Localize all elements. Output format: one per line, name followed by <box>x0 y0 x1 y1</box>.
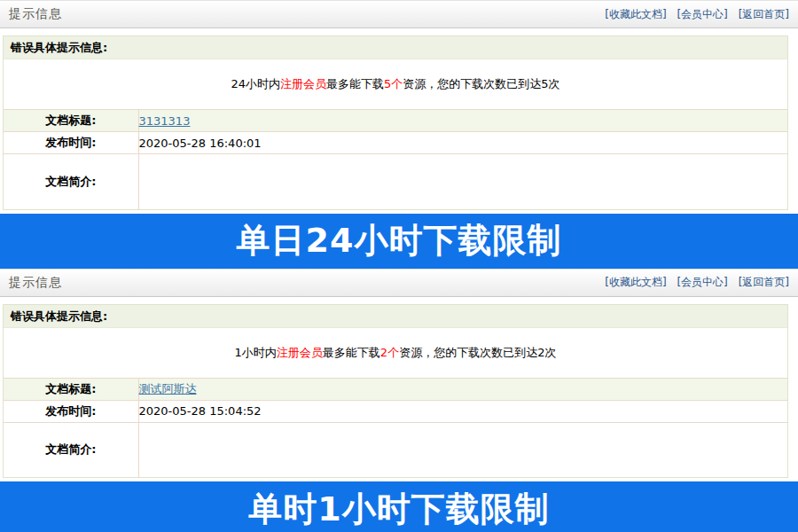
doc-intro-value <box>138 422 787 477</box>
back-home-link[interactable]: [返回首页] <box>739 8 789 20</box>
daily-limit-banner: 单日24小时下载限制 <box>0 214 798 269</box>
message-text: 资源，您的下载次数已到达2次 <box>399 346 556 359</box>
table-row: 发布时间: 2020-05-28 16:40:01 <box>4 132 787 154</box>
doc-title-label: 文档标题: <box>4 110 138 132</box>
error-box-header: 错误具体提示信息: <box>4 36 787 59</box>
message-text: 资源，您的下载次数已到达5次 <box>403 77 559 90</box>
message-text: 1小时内 <box>235 346 277 359</box>
message-highlight-member: 注册会员 <box>277 346 323 359</box>
message-highlight-member: 注册会员 <box>280 77 326 90</box>
table-row: 发布时间: 2020-05-28 15:04:52 <box>4 400 787 422</box>
panel-daily-limit: 提示信息 [收藏此文档] [会员中心] [返回首页] 错误具体提示信息: 24小… <box>0 0 798 269</box>
doc-title-link[interactable]: 3131313 <box>139 114 191 128</box>
error-box-header: 错误具体提示信息: <box>4 305 787 328</box>
doc-title-label: 文档标题: <box>4 378 138 400</box>
message-text: 24小时内 <box>231 77 280 90</box>
publish-time-label: 发布时间: <box>4 400 138 422</box>
page-title: 提示信息 <box>9 275 62 291</box>
hourly-limit-banner: 单时1小时下载限制 <box>0 481 798 532</box>
back-home-link[interactable]: [返回首页] <box>739 276 789 288</box>
doc-intro-label: 文档简介: <box>4 154 138 209</box>
favorite-doc-link[interactable]: [收藏此文档] <box>605 8 666 20</box>
title-bar: 提示信息 [收藏此文档] [会员中心] [返回首页] <box>0 0 798 28</box>
publish-time-value: 2020-05-28 16:40:01 <box>138 132 787 154</box>
page: 提示信息 [收藏此文档] [会员中心] [返回首页] 错误具体提示信息: 24小… <box>0 0 798 532</box>
favorite-doc-link[interactable]: [收藏此文档] <box>605 276 666 288</box>
error-message: 1小时内注册会员最多能下载2个资源，您的下载次数已到达2次 <box>4 328 787 378</box>
error-box: 错误具体提示信息: 1小时内注册会员最多能下载2个资源，您的下载次数已到达2次 … <box>3 304 788 479</box>
member-center-link[interactable]: [会员中心] <box>677 276 727 288</box>
message-text: 最多能下载 <box>326 77 384 90</box>
doc-intro-value <box>138 154 787 209</box>
message-highlight-count: 2个 <box>380 346 399 359</box>
title-bar-links: [收藏此文档] [会员中心] [返回首页] <box>598 7 789 22</box>
table-row: 文档标题: 测试阿斯达 <box>4 378 787 400</box>
message-highlight-count: 5个 <box>384 77 403 90</box>
error-box: 错误具体提示信息: 24小时内注册会员最多能下载5个资源，您的下载次数已到达5次… <box>3 35 788 210</box>
page-title: 提示信息 <box>9 6 62 22</box>
publish-time-value: 2020-05-28 15:04:52 <box>138 400 787 422</box>
document-info-table: 文档标题: 3131313 发布时间: 2020-05-28 16:40:01 … <box>4 109 787 209</box>
member-center-link[interactable]: [会员中心] <box>677 8 727 20</box>
table-row: 文档标题: 3131313 <box>4 110 787 132</box>
document-info-table: 文档标题: 测试阿斯达 发布时间: 2020-05-28 15:04:52 文档… <box>4 378 787 478</box>
publish-time-label: 发布时间: <box>4 132 138 154</box>
doc-intro-label: 文档简介: <box>4 422 138 477</box>
message-text: 最多能下载 <box>323 346 380 359</box>
title-bar: 提示信息 [收藏此文档] [会员中心] [返回首页] <box>0 269 798 297</box>
table-row: 文档简介: <box>4 154 787 209</box>
error-message: 24小时内注册会员最多能下载5个资源，您的下载次数已到达5次 <box>4 59 787 109</box>
doc-title-link[interactable]: 测试阿斯达 <box>139 382 197 395</box>
title-bar-links: [收藏此文档] [会员中心] [返回首页] <box>598 275 789 290</box>
panel-hourly-limit: 提示信息 [收藏此文档] [会员中心] [返回首页] 错误具体提示信息: 1小时… <box>0 269 798 532</box>
table-row: 文档简介: <box>4 422 787 477</box>
